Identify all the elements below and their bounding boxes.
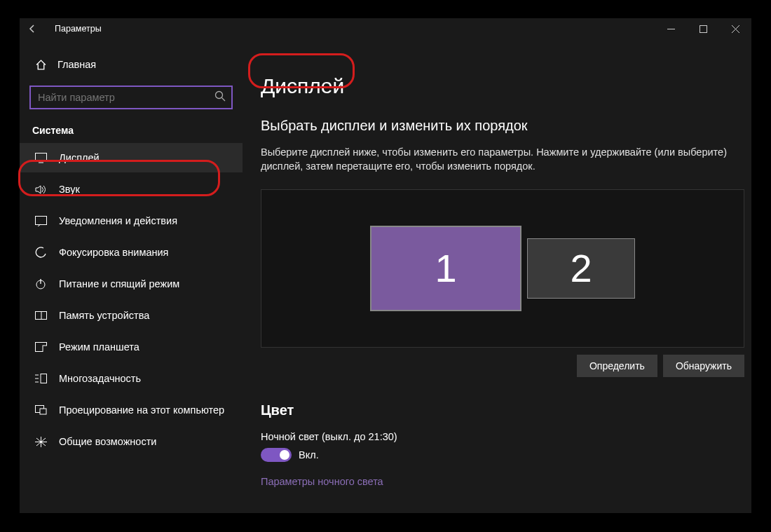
svg-rect-1 (700, 25, 707, 32)
tablet-icon (32, 342, 49, 352)
night-light-settings-link[interactable]: Параметры ночного света (261, 476, 733, 487)
monitor-2[interactable]: 2 (527, 238, 635, 299)
sidebar-item-notifications[interactable]: Уведомления и действия (20, 206, 243, 236)
sidebar: Главная Система Дисплей Звук (20, 39, 243, 513)
settings-window: Параметры Главная (20, 18, 751, 513)
toggle-state: Вкл. (299, 449, 319, 461)
sidebar-item-multitask[interactable]: Многозадачность (20, 364, 243, 393)
home-icon (32, 59, 49, 71)
sidebar-item-projecting[interactable]: Проецирование на этот компьютер (20, 395, 243, 425)
svg-point-4 (216, 92, 223, 99)
sidebar-item-label: Уведомления и действия (59, 215, 177, 226)
sidebar-item-label: Фокусировка внимания (59, 247, 168, 258)
svg-rect-6 (35, 153, 46, 161)
display-arrangement[interactable]: 1 2 (261, 189, 744, 348)
minimize-button[interactable] (655, 18, 687, 39)
sidebar-item-label: Общие возможности (59, 436, 156, 447)
sidebar-item-tablet[interactable]: Режим планшета (20, 332, 243, 362)
search-icon (214, 90, 226, 102)
projecting-icon (32, 405, 49, 415)
sidebar-item-sound[interactable]: Звук (20, 175, 243, 204)
sound-icon (32, 184, 49, 195)
sidebar-item-label: Дисплей (59, 152, 100, 163)
svg-line-5 (222, 98, 226, 102)
rearrange-description: Выберите дисплей ниже, чтобы изменить ег… (261, 145, 733, 174)
sidebar-item-label: Многозадачность (59, 373, 141, 384)
sidebar-item-label: Память устройства (59, 310, 149, 321)
identify-button[interactable]: Определить (577, 355, 657, 377)
window-title: Параметры (55, 24, 102, 34)
search-wrap (29, 86, 233, 109)
back-button[interactable] (22, 18, 42, 39)
notifications-icon (32, 216, 49, 226)
search-input[interactable] (29, 86, 233, 109)
maximize-button[interactable] (687, 18, 719, 39)
night-light-label: Ночной свет (выкл. до 21:30) (261, 431, 733, 442)
display-icon (32, 153, 49, 163)
color-section-title: Цвет (261, 402, 733, 418)
svg-rect-8 (35, 216, 46, 224)
monitor-1[interactable]: 1 (370, 226, 521, 311)
sidebar-item-label: Режим планшета (59, 341, 139, 353)
sidebar-item-label: Питание и спящий режим (59, 278, 179, 289)
multitask-icon (32, 374, 49, 383)
night-light-toggle[interactable] (261, 448, 292, 462)
close-button[interactable] (719, 18, 751, 39)
svg-rect-18 (41, 374, 47, 383)
home-label: Главная (57, 59, 96, 70)
rearrange-title: Выбрать дисплеи и изменить их порядок (261, 118, 733, 134)
power-icon (32, 278, 49, 289)
titlebar: Параметры (20, 18, 751, 39)
home-nav[interactable]: Главная (20, 50, 243, 79)
window-controls (655, 18, 751, 39)
sidebar-item-label: Звук (59, 184, 80, 195)
storage-icon (32, 311, 49, 320)
focus-icon (32, 247, 49, 259)
sidebar-item-label: Проецирование на этот компьютер (59, 404, 224, 416)
sidebar-item-storage[interactable]: Память устройства (20, 301, 243, 330)
shared-icon (32, 437, 49, 447)
detect-button[interactable]: Обнаружить (663, 355, 744, 377)
section-label: Система (32, 125, 243, 136)
sidebar-item-power[interactable]: Питание и спящий режим (20, 269, 243, 299)
main-content: Дисплей Выбрать дисплеи и изменить их по… (243, 39, 751, 513)
sidebar-item-shared[interactable]: Общие возможности (20, 427, 243, 456)
svg-rect-20 (40, 409, 46, 414)
sidebar-item-display[interactable]: Дисплей (20, 143, 243, 172)
sidebar-item-focus[interactable]: Фокусировка внимания (20, 238, 243, 267)
page-title: Дисплей (261, 74, 344, 98)
svg-rect-14 (43, 346, 47, 352)
